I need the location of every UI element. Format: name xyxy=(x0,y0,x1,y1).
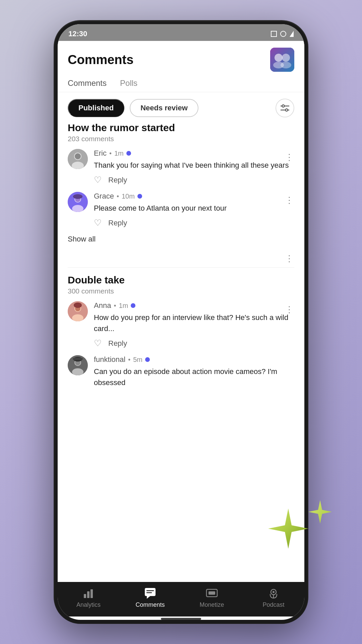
comment-body-eric: Eric • 1m Thank you for saying what I've… xyxy=(94,149,294,185)
svg-point-26 xyxy=(72,368,83,375)
tabs-row: Comments Polls xyxy=(58,75,304,92)
tab-comments[interactable]: Comments xyxy=(68,75,107,92)
nav-item-monetize[interactable]: Monetize xyxy=(181,587,243,608)
creator-avatar[interactable] xyxy=(270,48,294,72)
battery-icon xyxy=(271,31,277,37)
svg-rect-31 xyxy=(87,591,89,598)
nav-item-comments[interactable]: Comments xyxy=(119,587,181,608)
avatar-funktional xyxy=(68,355,88,375)
comments-icon xyxy=(144,587,156,599)
more-options-grace[interactable]: ⋮ xyxy=(285,195,294,206)
comment-meta-funktional: funktional • 5m xyxy=(94,355,294,364)
filter-published[interactable]: Published xyxy=(68,99,124,117)
episode-title-2: Double take xyxy=(68,274,294,286)
more-options-anna[interactable]: ⋮ xyxy=(285,305,294,315)
svg-point-13 xyxy=(75,153,81,159)
analytics-icon xyxy=(82,587,95,599)
svg-rect-30 xyxy=(84,594,86,598)
comment-author-eric: Eric xyxy=(94,149,107,158)
comment-body-grace: Grace • 10m Please come to Atlanta on yo… xyxy=(94,192,294,228)
comment-text-anna: How do you prep for an interview like th… xyxy=(94,312,294,334)
eric-avatar-image xyxy=(68,149,88,169)
more-options-eric[interactable]: ⋮ xyxy=(285,152,294,163)
comment-body-anna: Anna • 1m How do you prep for an intervi… xyxy=(94,301,294,348)
comment-item: Anna • 1m How do you prep for an intervi… xyxy=(68,301,294,348)
phone-screen: 12:30 Comments xyxy=(58,24,304,620)
svg-point-23 xyxy=(74,303,82,308)
reply-button-grace[interactable]: Reply xyxy=(108,219,127,227)
svg-point-3 xyxy=(282,54,290,62)
signal-circle-icon xyxy=(280,31,286,37)
svg-point-2 xyxy=(275,54,283,62)
comment-time-funktional: 5m xyxy=(133,356,142,364)
comment-meta-eric: Eric • 1m xyxy=(94,149,294,158)
episode-count-2: 300 comments xyxy=(68,287,294,295)
status-bar: 12:30 xyxy=(58,24,304,41)
unread-indicator-funktional xyxy=(145,357,150,362)
comment-actions-grace: ♡ Reply xyxy=(94,218,294,228)
show-all-link-section1[interactable]: Show all xyxy=(68,235,96,244)
home-indicator xyxy=(161,618,201,620)
svg-rect-29 xyxy=(73,358,83,360)
episode-count-1: 203 comments xyxy=(68,135,294,143)
comment-time-eric: 1m xyxy=(114,150,124,157)
comment-separator: • xyxy=(114,302,116,310)
app-header: Comments xyxy=(58,41,304,75)
nav-label-comments: Comments xyxy=(135,601,165,608)
status-time: 12:30 xyxy=(68,30,87,38)
svg-point-40 xyxy=(273,591,275,593)
comment-actions-anna: ♡ Reply xyxy=(94,338,294,348)
nav-item-podcast[interactable]: Podcast xyxy=(243,587,304,608)
svg-point-18 xyxy=(73,194,82,199)
comment-time-anna: 1m xyxy=(119,302,128,310)
podcast-icon xyxy=(267,587,280,599)
comment-author-funktional: funktional xyxy=(94,355,125,364)
comment-time-grace: 10m xyxy=(122,193,135,200)
comment-author-anna: Anna xyxy=(94,301,111,310)
unread-indicator-eric xyxy=(126,151,131,156)
svg-marker-36 xyxy=(147,596,150,599)
like-button-grace[interactable]: ♡ xyxy=(94,218,102,228)
svg-point-7 xyxy=(282,105,285,107)
comment-separator: • xyxy=(117,193,119,200)
svg-point-5 xyxy=(281,62,291,68)
grace-avatar-image xyxy=(68,192,88,212)
like-button-eric[interactable]: ♡ xyxy=(94,175,102,185)
monetize-icon xyxy=(206,587,218,599)
comment-text-funktional: Can you do an episode about action movie… xyxy=(94,366,294,388)
page-title: Comments xyxy=(68,53,133,67)
svg-point-9 xyxy=(286,109,288,111)
comment-body-funktional: funktional • 5m Can you do an episode ab… xyxy=(94,355,294,392)
svg-point-16 xyxy=(72,205,83,212)
episode-section-2: Double take 300 comments xyxy=(58,274,304,406)
comment-actions-eric: ♡ Reply xyxy=(94,175,294,185)
status-icons xyxy=(271,31,294,37)
more-options-section1[interactable]: ⋮ xyxy=(285,254,294,264)
filter-settings-button[interactable] xyxy=(276,99,294,117)
comment-text-grace: Please come to Atlanta on your next tour xyxy=(94,203,294,214)
comment-item: Eric • 1m Thank you for saying what I've… xyxy=(68,149,294,185)
comment-item: funktional • 5m Can you do an episode ab… xyxy=(68,355,294,392)
unread-indicator-grace xyxy=(137,194,142,199)
avatar-anna xyxy=(68,301,88,321)
sliders-icon xyxy=(280,103,290,113)
nav-item-analytics[interactable]: Analytics xyxy=(58,587,119,608)
reply-button-anna[interactable]: Reply xyxy=(108,339,127,348)
filter-needs-review[interactable]: Needs review xyxy=(130,99,198,117)
svg-rect-33 xyxy=(145,588,156,596)
filter-pills: Published Needs review xyxy=(68,99,198,117)
like-button-anna[interactable]: ♡ xyxy=(94,338,102,348)
comment-item: Grace • 10m Please come to Atlanta on yo… xyxy=(68,192,294,228)
section-divider xyxy=(68,267,294,268)
comment-meta-anna: Anna • 1m xyxy=(94,301,294,310)
tab-polls[interactable]: Polls xyxy=(120,75,137,92)
svg-point-21 xyxy=(72,314,83,321)
svg-rect-32 xyxy=(90,589,93,598)
comment-meta-grace: Grace • 10m xyxy=(94,192,294,201)
reply-button-eric[interactable]: Reply xyxy=(108,176,127,184)
avatar-eric xyxy=(68,149,88,169)
comment-separator: • xyxy=(109,150,112,157)
nav-label-monetize: Monetize xyxy=(199,601,224,608)
comment-separator: • xyxy=(128,356,130,364)
avatar-grace xyxy=(68,192,88,212)
